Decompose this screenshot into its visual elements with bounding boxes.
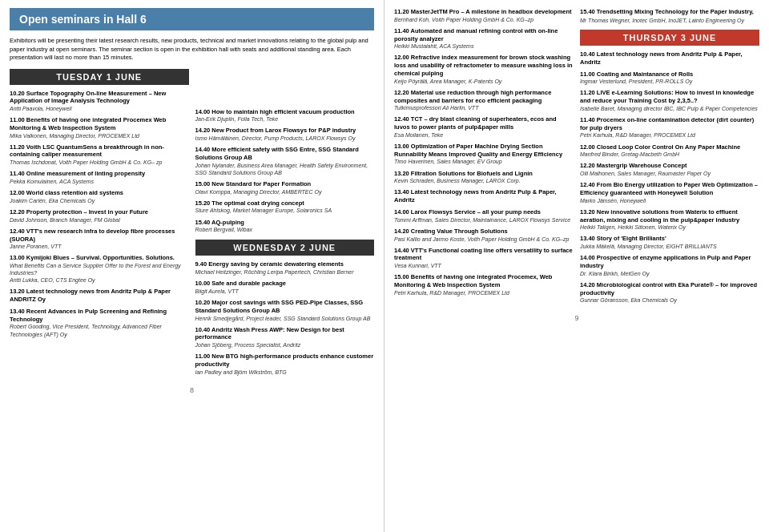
session-r-1420: 14.20 Creating Value Through Solutions P… — [394, 228, 574, 243]
session-1500a: 15.00 New Standard for Paper Formation O… — [195, 180, 375, 195]
session-1420a: 14.20 New Product from Larox Flowsys for… — [195, 127, 375, 142]
session-thu-1120: 11.20 LIVE e-Learning Solutions: How to … — [580, 89, 759, 112]
tuesday-col2-wednesday: 14.00 How to maintain high efficient vac… — [195, 69, 375, 380]
session-r-1440: 14.40 VTT's Functional coating line offe… — [394, 247, 574, 270]
session-wed-940: 9.40 Energy saving by ceramic dewatering… — [195, 260, 375, 276]
left-page: Open seminars in Hall 6 Exhibitors will … — [0, 0, 384, 532]
session-r-1400: 14.00 Larox Flowsys Service – all your p… — [394, 208, 574, 224]
session-wed-1040: 10.40 Andritz Wash Press AWP: New Design… — [195, 326, 375, 349]
wednesday-header: WEDNESDAY 2 JUNE — [195, 240, 375, 256]
right-page-number: 9 — [394, 314, 759, 322]
trendsetting-block: 15.40 Trendsetting Mixing Technology for… — [580, 8, 759, 25]
session-1440a: 14.40 More efficient safety with SSG Ent… — [195, 146, 375, 176]
thursday-col: 15.40 Trendsetting Mixing Technology for… — [580, 8, 759, 308]
page-container: Open seminars in Hall 6 Exhibitors will … — [0, 0, 769, 532]
session-r-1140: 11.40 Automated and manual refining cont… — [394, 27, 574, 50]
session-1320: 13.20 Latest technology news from Andrit… — [10, 288, 189, 304]
session-1140: 11.40 Online measurement of linting prop… — [10, 170, 189, 185]
session-r-1200: 12.00 Refractive index measurement for b… — [394, 54, 574, 84]
session-wed-1020: 10.20 Major cost savings with SSG PED-Pi… — [195, 299, 375, 322]
session-1240: 12.40 VTT's new research infra to develo… — [10, 228, 189, 251]
session-1300: 13.00 Kymijoki Blues – Survival. Opportu… — [10, 254, 189, 284]
session-1020: 10.20 Surface Topography On-line Measure… — [10, 90, 189, 113]
session-1120: 11.20 Voith LSC QuantumSens a breakthrou… — [10, 143, 189, 167]
session-1340: 13.40 Recent Advances in Pulp Screening … — [10, 308, 189, 338]
session-1520a: 15.20 The optimal coat drying concept St… — [195, 200, 375, 215]
session-r-1500: 15.00 Benefits of having one integrated … — [394, 273, 574, 296]
tuesday-header: TUESDAY 1 JUNE — [10, 69, 189, 85]
session-1400a: 14.00 How to maintain high efficient vac… — [195, 108, 375, 123]
session-thu-1420: 14.20 Microbiological control with Eka P… — [580, 281, 759, 304]
session-wed-1100: 11.00 New BTG high-performance products … — [195, 353, 375, 376]
left-page-number: 8 — [10, 386, 374, 394]
right-main-col: 11.20 MasterJetTM Pro – A milestone in h… — [394, 8, 574, 308]
session-r-1220: 12.20 Material use reduction through hig… — [394, 89, 574, 112]
session-thu-1220: 12.20 Mastergrip Warehouse Concept Olli … — [580, 162, 759, 177]
session-r-1240: 12.40 TCT – dry blast cleaning of superh… — [394, 115, 574, 139]
session-r-1320: 13.20 Filtration Solutions for Biofuels … — [394, 170, 574, 185]
session-r-1300: 13.00 Optimization of Paper Machine Dryi… — [394, 143, 574, 166]
tuesday-col1: TUESDAY 1 JUNE 10.20 Surface Topography … — [10, 69, 189, 380]
session-r-1340: 13.40 Latest technology news from Andrit… — [394, 188, 574, 204]
hall-header: Open seminars in Hall 6 — [10, 8, 374, 30]
intro-text: Exhibitors will be presenting their late… — [10, 37, 374, 62]
session-wed-1000: 10.00 Safe and durable package Biigit Au… — [195, 280, 375, 295]
thursday-header: THURSDAY 3 JUNE — [580, 30, 759, 46]
session-thu-1240: 12.40 From Bio Energy utilization to Pap… — [580, 181, 759, 204]
session-thu-1400: 14.00 Prospective of enzyme applications… — [580, 254, 759, 277]
session-1100: 11.00 Benefits of having one integrated … — [10, 116, 189, 139]
right-page: 11.20 MasterJetTM Pro – A milestone in h… — [384, 0, 769, 532]
session-thu-1100: 11.00 Coating and Maintanance of Rolls I… — [580, 71, 759, 86]
session-thu-1140: 11.40 Procemex on-line contamination det… — [580, 116, 759, 139]
session-1540a: 15.40 AQ-pulping Robert Bergvall, Wibax — [195, 219, 375, 234]
session-1220: 12.20 Property protection – Invest in yo… — [10, 208, 189, 224]
session-r-1120: 11.20 MasterJetTM Pro – A milestone in h… — [394, 8, 574, 23]
session-thu-1340: 13.40 Story of 'Eight Brilliants' Jukka … — [580, 235, 759, 250]
session-1200: 12.00 World class retention aid systems … — [10, 189, 189, 204]
session-thu-1040: 10.40 Latest technology news from Andrit… — [580, 50, 759, 66]
session-thu-1200: 12.00 Closed Loop Color Control On Any P… — [580, 143, 759, 159]
session-thu-1320: 13.20 New innovative solutions from Wate… — [580, 208, 759, 232]
